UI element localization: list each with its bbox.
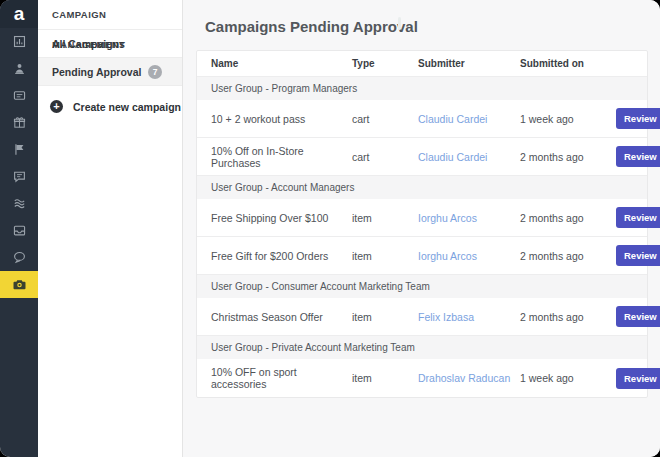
submitter-link[interactable]: Drahoslav Raducan (418, 372, 520, 384)
app-logo[interactable]: a (0, 0, 38, 28)
campaign-row: 10% Off on In-Store PurchasescartClaudiu… (197, 138, 647, 176)
submitted-on: 2 months ago (520, 250, 616, 262)
sidebar-item-pending-approval[interactable]: Pending Approval7 (38, 58, 182, 86)
sidebar-item-label: Pending Approval (52, 66, 141, 78)
review-button[interactable]: Review (616, 108, 660, 129)
submitter-link[interactable]: Claudiu Cardei (418, 151, 520, 163)
inbox-icon[interactable] (0, 217, 38, 244)
campaign-row: 10% OFF on sport accessoriesitemDrahosla… (197, 359, 647, 397)
row-actions: Review (616, 108, 660, 129)
count-badge: 7 (148, 65, 162, 79)
sidebar-item-all-campaigns[interactable]: All Campaigns (38, 30, 182, 58)
campaign-name: 10% OFF on sport accessories (197, 366, 352, 390)
group-header-row: User Group - Program Managers (197, 77, 647, 100)
review-button[interactable]: Review (616, 245, 660, 266)
review-button[interactable]: Review (616, 368, 660, 389)
campaign-row: 10 + 2 workout passcartClaudiu Cardei1 w… (197, 100, 647, 138)
campaign-row: Free Gift for $200 OrdersitemIorghu Arco… (197, 237, 647, 275)
review-button[interactable]: Review (616, 146, 660, 167)
campaign-name: Free Shipping Over $100 (197, 212, 352, 224)
analytics-icon[interactable] (0, 28, 38, 55)
campaign-name: 10% Off on In-Store Purchases (197, 145, 352, 169)
submitted-on: 2 months ago (520, 212, 616, 224)
column-header: Submitter (418, 58, 520, 69)
submitted-on: 1 week ago (520, 372, 616, 384)
column-header: Submitted on (520, 58, 616, 69)
campaign-type: item (352, 372, 418, 384)
column-header: Name (197, 58, 352, 69)
main-content: Campaigns Pending Approval NameTypeSubmi… (183, 0, 660, 457)
review-button[interactable]: Review (616, 306, 660, 327)
create-campaign-button[interactable]: + Create new campaign (38, 100, 182, 113)
group-header-row: User Group - Consumer Account Marketing … (197, 275, 647, 298)
group-header-row: User Group - Private Account Marketing T… (197, 336, 647, 359)
campaign-row: Christmas Season OfferitemFelix Izbasa2 … (197, 298, 647, 336)
campaign-row: Free Shipping Over $100itemIorghu Arcos2… (197, 199, 647, 237)
campaign-name: Free Gift for $200 Orders (197, 250, 352, 262)
card-icon[interactable] (0, 82, 38, 109)
pending-approval-table: NameTypeSubmitterSubmitted on User Group… (196, 50, 648, 398)
flag-icon[interactable] (0, 136, 38, 163)
campaign-name: 10 + 2 workout pass (197, 113, 352, 125)
icon-rail: a (0, 0, 38, 457)
sidebar: CAMPAIGN MANAGEMENT All CampaignsPending… (38, 0, 183, 457)
campaign-type: item (352, 212, 418, 224)
submitted-on: 2 months ago (520, 311, 616, 323)
row-actions: Review (616, 207, 660, 228)
gift-icon[interactable] (0, 109, 38, 136)
campaign-type: item (352, 311, 418, 323)
comment-icon[interactable] (0, 163, 38, 190)
camera-icon[interactable] (0, 271, 38, 298)
group-header-row: User Group - Account Managers (197, 176, 647, 199)
row-actions: Review (616, 245, 660, 266)
campaign-name: Christmas Season Offer (197, 311, 352, 323)
create-campaign-label: Create new campaign (73, 101, 181, 113)
row-actions: Review (616, 146, 660, 167)
scroll-thumb (398, 17, 401, 30)
submitted-on: 2 months ago (520, 151, 616, 163)
submitter-link[interactable]: Felix Izbasa (418, 311, 520, 323)
app-window: a CAMPAIGN MANAGEMENT All CampaignsPendi… (0, 0, 660, 457)
campaign-type: cart (352, 151, 418, 163)
review-button[interactable]: Review (616, 207, 660, 228)
row-actions: Review (616, 306, 660, 327)
campaign-type: item (352, 250, 418, 262)
chat-icon[interactable] (0, 244, 38, 271)
campaign-type: cart (352, 113, 418, 125)
plus-icon: + (50, 100, 63, 113)
page-title: Campaigns Pending Approval (205, 18, 418, 35)
waves-icon[interactable] (0, 190, 38, 217)
sidebar-item-label: All Campaigns (52, 38, 125, 50)
submitter-link[interactable]: Iorghu Arcos (418, 212, 520, 224)
submitter-link[interactable]: Iorghu Arcos (418, 250, 520, 262)
submitted-on: 1 week ago (520, 113, 616, 125)
row-actions: Review (616, 368, 660, 389)
table-header-row: NameTypeSubmitterSubmitted on (197, 51, 647, 77)
user-icon[interactable] (0, 55, 38, 82)
submitter-link[interactable]: Claudiu Cardei (418, 113, 520, 125)
column-header: Type (352, 58, 418, 69)
sidebar-title: CAMPAIGN MANAGEMENT (38, 0, 182, 30)
